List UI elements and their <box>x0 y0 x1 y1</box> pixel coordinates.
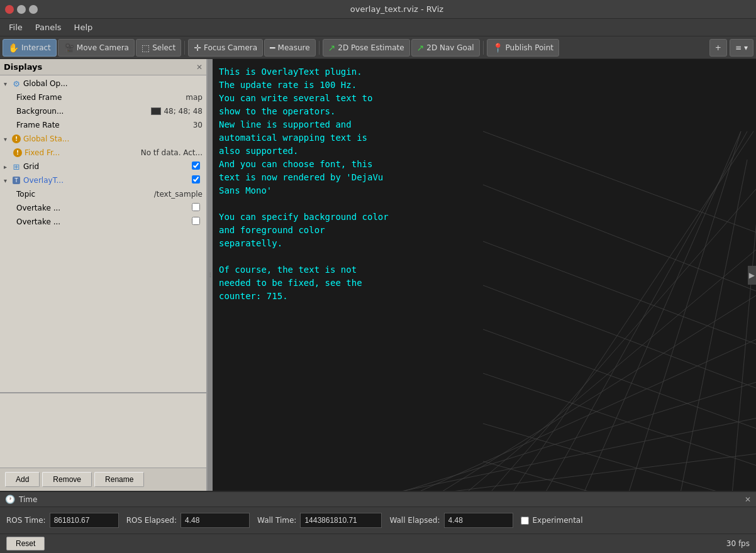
grid-label: Grid <box>23 162 192 171</box>
wall-time-input[interactable] <box>300 513 382 528</box>
displays-header: Displays ✕ <box>0 59 206 75</box>
tree-item-background[interactable]: Backgroun... 48; 48; 48 <box>0 104 206 118</box>
interact-button[interactable]: ✋ Interact <box>3 39 57 57</box>
tree-item-global-status[interactable]: ! Global Sta... <box>0 132 206 146</box>
fixed-frame-label: Fixed Frame <box>16 93 186 102</box>
tree-item-overtake2[interactable]: Overtake ... <box>0 215 206 229</box>
tree-item-overtake1[interactable]: Overtake ... <box>0 201 206 215</box>
remove-button[interactable]: Remove <box>42 472 92 487</box>
tree-item-fixed-fr-status[interactable]: ! Fixed Fr... No tf data. Act... <box>0 146 206 160</box>
timebar-close-button[interactable]: ✕ <box>745 495 751 504</box>
svg-line-0 <box>483 131 753 491</box>
displays-tree: ⚙ Global Op... Fixed Frame map Backgroun… <box>0 75 206 392</box>
timebar-title: 🕐 Time <box>5 495 37 504</box>
ros-time-input[interactable] <box>50 513 119 528</box>
menu-dropdown-button[interactable]: ≡ ▾ <box>730 39 753 57</box>
move-camera-button[interactable]: 🎥 Move Camera <box>58 39 135 57</box>
wall-elapsed-input[interactable] <box>444 513 513 528</box>
panel-splitter[interactable]: ⋮ <box>208 59 213 491</box>
ros-time-label: ROS Time: <box>6 516 46 525</box>
maximize-button[interactable] <box>29 5 38 14</box>
grid-arrow[interactable] <box>4 163 11 170</box>
background-value: 48; 48; 48 <box>164 107 205 116</box>
minimize-button[interactable] <box>17 5 26 14</box>
select-icon: ⬚ <box>142 43 150 53</box>
interact-label: Interact <box>21 43 51 52</box>
global-status-icon: ! <box>11 134 21 144</box>
grid-icon: ⊞ <box>11 162 21 172</box>
experimental-label: Experimental <box>533 516 583 525</box>
tree-item-frame-rate[interactable]: Frame Rate 30 <box>0 118 206 132</box>
wall-elapsed-label: Wall Elapsed: <box>389 516 440 525</box>
timebar-content: ROS Time: ROS Elapsed: Wall Time: Wall E… <box>0 507 756 534</box>
3d-viewport[interactable]: This is OverlayText plugin. The update r… <box>213 59 756 491</box>
displays-close-button[interactable]: ✕ <box>196 63 203 72</box>
reset-button[interactable]: Reset <box>6 537 45 550</box>
fps-label: 30 fps <box>726 539 750 548</box>
experimental-checkbox[interactable] <box>521 517 529 525</box>
frame-rate-label: Frame Rate <box>16 121 193 129</box>
svg-line-5 <box>257 373 756 491</box>
fixed-fr-value: No tf data. Act... <box>141 148 205 157</box>
global-options-arrow[interactable] <box>4 80 11 87</box>
window-title: overlay_text.rviz - RViz <box>43 4 751 14</box>
tree-item-global-options[interactable]: ⚙ Global Op... <box>0 77 206 90</box>
focus-camera-button[interactable]: ✛ Focus Camera <box>188 39 263 57</box>
overtake2-checkbox[interactable] <box>192 217 200 225</box>
panel-button-row: Add Remove Rename <box>0 468 206 491</box>
overtake1-checkbox[interactable] <box>192 203 200 211</box>
overlay-text-checkbox[interactable] <box>192 175 200 183</box>
separator-3 <box>483 41 484 55</box>
measure-icon: ━ <box>270 43 275 53</box>
toolbar: ✋ Interact 🎥 Move Camera ⬚ Select ✛ Focu… <box>0 36 756 59</box>
wall-elapsed-field: Wall Elapsed: <box>389 513 513 528</box>
menu-panels[interactable]: Panels <box>29 21 68 33</box>
main-content: Displays ✕ ⚙ Global Op... Fixed Frame ma… <box>0 59 756 491</box>
menu-file[interactable]: File <box>3 21 29 33</box>
svg-line-10 <box>615 131 741 491</box>
frame-rate-value: 30 <box>193 121 205 129</box>
separator-2 <box>319 41 320 55</box>
add-display-button[interactable]: + <box>709 39 727 57</box>
grid-svg <box>213 59 756 491</box>
publish-icon: 📍 <box>492 43 503 53</box>
titlebar: overlay_text.rviz - RViz <box>0 0 756 19</box>
svg-line-22 <box>483 424 756 491</box>
overlay-text-icon: T <box>11 175 21 185</box>
pose-estimate-button[interactable]: ↗ 2D Pose Estimate <box>323 39 410 57</box>
grid-checkbox[interactable] <box>192 162 200 170</box>
toolbar-right: + ≡ ▾ <box>709 39 753 57</box>
nav-goal-button[interactable]: ↗ 2D Nav Goal <box>411 39 480 57</box>
fixed-frame-value: map <box>186 93 205 102</box>
measure-button[interactable]: ━ Measure <box>264 39 315 57</box>
tree-item-fixed-frame[interactable]: Fixed Frame map <box>0 90 206 104</box>
rename-button[interactable]: Rename <box>94 472 144 487</box>
timebar-title-label: Time <box>19 495 37 504</box>
ros-time-field: ROS Time: <box>6 513 119 528</box>
add-button[interactable]: Add <box>5 472 40 487</box>
displays-title: Displays <box>4 62 42 72</box>
tree-item-topic[interactable]: Topic /text_sample <box>0 187 206 201</box>
publish-point-button[interactable]: 📍 Publish Point <box>487 39 559 57</box>
pose-label: 2D Pose Estimate <box>338 43 404 52</box>
select-button[interactable]: ⬚ Select <box>136 39 181 57</box>
overtake2-label: Overtake ... <box>16 217 192 226</box>
topic-value: /text_sample <box>154 190 205 199</box>
fixed-fr-status-icon: ! <box>13 148 23 158</box>
ros-elapsed-input[interactable] <box>181 513 250 528</box>
bottom-left-empty <box>0 392 206 468</box>
pose-icon: ↗ <box>328 43 336 53</box>
viewport-edge-arrow[interactable]: ▶ <box>748 266 756 285</box>
svg-line-20 <box>483 329 756 491</box>
menu-help[interactable]: Help <box>68 21 99 33</box>
tree-item-grid[interactable]: ⊞ Grid <box>0 160 206 173</box>
ros-elapsed-field: ROS Elapsed: <box>126 513 250 528</box>
move-camera-icon: 🎥 <box>64 43 74 53</box>
tree-item-overlay-text[interactable]: T OverlayT... <box>0 173 206 187</box>
global-options-icon: ⚙ <box>11 79 21 89</box>
global-status-arrow[interactable] <box>4 136 11 143</box>
overlay-text-arrow[interactable] <box>4 177 11 184</box>
left-panel: Displays ✕ ⚙ Global Op... Fixed Frame ma… <box>0 59 208 491</box>
global-options-label: Global Op... <box>23 79 205 88</box>
close-button[interactable] <box>5 5 14 14</box>
